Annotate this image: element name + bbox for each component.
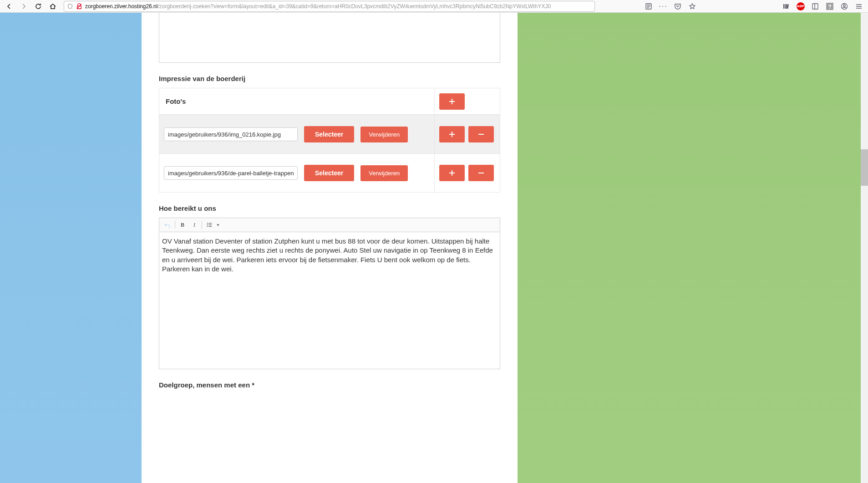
shield-icon (67, 3, 73, 10)
add-row-button[interactable] (439, 126, 465, 142)
select-button[interactable]: Selecteer (304, 126, 354, 142)
toolbar-separator (175, 221, 175, 229)
abp-icon[interactable]: ABP (794, 1, 807, 12)
photo-path-input[interactable] (164, 166, 298, 180)
list-dropdown[interactable]: ▼ (215, 220, 221, 230)
photo-table-header: Foto's (159, 88, 500, 115)
editor-content[interactable]: OV Vanaf station Deventer of station Zut… (159, 232, 500, 369)
menu-icon[interactable] (853, 1, 865, 12)
svg-text:?: ? (828, 3, 832, 10)
help-icon[interactable]: ? (823, 1, 836, 12)
delete-button[interactable]: Verwijderen (360, 165, 408, 181)
svg-rect-30 (208, 224, 212, 225)
photos-col-header: Foto's (159, 88, 434, 114)
remove-row-button[interactable] (468, 126, 494, 142)
insecure-icon (76, 3, 82, 10)
home-button[interactable] (46, 1, 59, 12)
section-doelgroep-label: Doelgroep, mensen met een * (159, 381, 500, 389)
svg-point-27 (207, 224, 208, 225)
svg-rect-29 (208, 223, 212, 224)
remove-row-button[interactable] (468, 165, 494, 181)
undo-icon[interactable] (162, 220, 173, 230)
browser-toolbar: zorgboeren.zilver.hosting26.nl/zorgboerd… (0, 0, 868, 13)
reader-mode-icon[interactable] (642, 1, 655, 12)
url-bar[interactable]: zorgboeren.zilver.hosting26.nl/zorgboerd… (64, 1, 595, 12)
italic-button[interactable]: I (189, 220, 200, 230)
forward-button[interactable] (17, 1, 30, 12)
library-icon[interactable] (780, 1, 792, 12)
add-row-button[interactable] (439, 93, 465, 110)
pocket-icon[interactable] (671, 1, 684, 12)
section-bereikt-label: Hoe bereikt u ons (159, 204, 500, 212)
add-row-button[interactable] (439, 165, 465, 181)
section-impressie-label: Impressie van de boerderij (159, 75, 500, 82)
scrollbar[interactable] (861, 13, 868, 483)
svg-rect-31 (208, 226, 212, 227)
svg-rect-6 (783, 4, 784, 9)
editor-toolbar: B I ▼ (159, 218, 500, 232)
photo-header-actions (434, 88, 500, 114)
delete-button[interactable]: Verwijderen (360, 127, 408, 142)
list-button[interactable] (204, 220, 215, 230)
toolbar-separator (202, 221, 202, 229)
svg-rect-7 (785, 4, 786, 9)
back-button[interactable] (3, 1, 15, 12)
previous-editor-area[interactable] (159, 13, 500, 63)
scrollbar-thumb[interactable] (861, 149, 868, 186)
sidebar-icon[interactable] (809, 1, 822, 12)
svg-rect-9 (812, 4, 818, 9)
reload-button[interactable] (32, 1, 45, 12)
svg-point-28 (207, 226, 208, 227)
bookmark-icon[interactable] (686, 1, 699, 12)
bg-left (0, 13, 142, 483)
url-path: /zorgboerderij-zoeken?view=form&layout=e… (157, 3, 551, 10)
svg-point-14 (843, 4, 845, 6)
account-icon[interactable] (838, 1, 851, 12)
more-icon[interactable]: ··· (657, 1, 670, 12)
url-domain: zorgboeren.zilver.hosting26.nl (85, 3, 157, 10)
photo-path-input[interactable] (164, 127, 298, 141)
photo-row: Selecteer Verwijderen (159, 115, 500, 153)
rich-editor: B I ▼ OV Vanaf station Deventer of stati… (159, 218, 500, 369)
select-button[interactable]: Selecteer (304, 165, 354, 181)
form-content: Impressie van de boerderij Foto's Select… (142, 13, 518, 412)
photo-row: Selecteer Verwijderen (159, 153, 500, 192)
bold-button[interactable]: B (177, 220, 188, 230)
photo-table: Foto's Selecteer Verwijderen (159, 88, 500, 193)
bg-right (518, 13, 868, 483)
svg-point-26 (207, 223, 208, 224)
